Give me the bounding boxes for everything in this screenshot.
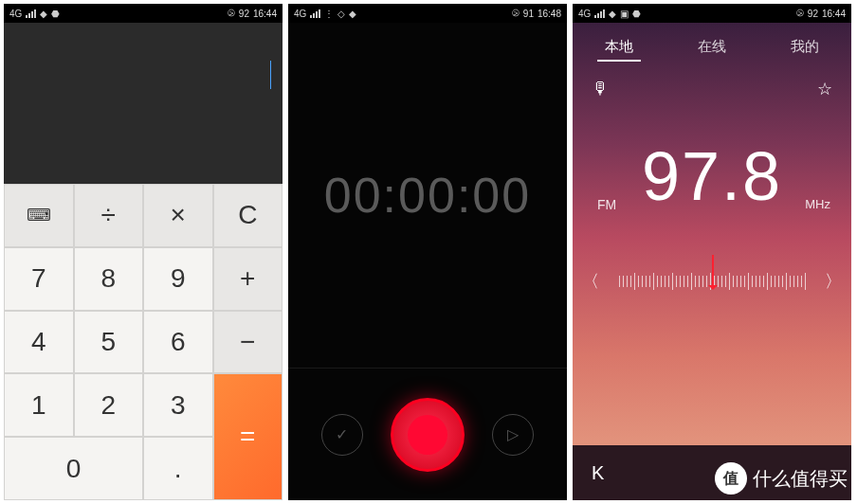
wifi-icon: ⧁ — [512, 8, 520, 19]
calendar-toggle-button[interactable]: ⌨ — [4, 184, 74, 247]
unit-label: MHz — [805, 197, 830, 211]
favorite-star-icon[interactable]: ☆ — [817, 79, 832, 99]
notif-icon: ⬣ — [632, 9, 641, 19]
tune-left-icon[interactable]: 〈 — [582, 270, 599, 293]
clock: 16:44 — [822, 9, 846, 19]
band-label: FM — [597, 197, 616, 212]
digit-9-button[interactable]: 9 — [143, 247, 213, 311]
cursor — [270, 61, 271, 89]
network-label: 4G — [578, 9, 591, 19]
plus-button[interactable]: + — [213, 247, 283, 311]
mic-icon[interactable]: 🎙 — [592, 79, 609, 99]
done-button[interactable]: ✓ — [321, 414, 363, 456]
tab-mine[interactable]: 我的 — [783, 34, 827, 62]
record-dot-icon — [408, 415, 447, 455]
notif-icon: ◆ — [349, 9, 356, 19]
status-bar: 4G ◆ ▣ ⬣ ⧁ 92 16:44 — [573, 4, 851, 23]
frequency-value: 97.8 — [642, 138, 782, 214]
digit-7-button[interactable]: 7 — [4, 247, 74, 311]
radio-screen: 4G ◆ ▣ ⬣ ⧁ 92 16:44 本地 在线 我的 🎙 ☆ — [573, 4, 851, 500]
play-icon: ▷ — [507, 425, 519, 443]
calc-display — [4, 23, 283, 184]
notif-icon: ◇ — [337, 9, 345, 19]
tuning-dial[interactable]: 〈 〉 — [573, 253, 851, 310]
network-label: 4G — [294, 9, 306, 19]
digit-8-button[interactable]: 8 — [74, 247, 144, 311]
calculator-screen: 4G ◆ ⬣ ⧁ 92 16:44 ⌨ ÷ × C 7 8 9 — [4, 4, 283, 500]
wifi-icon: ⧁ — [228, 8, 235, 19]
tab-local[interactable]: 本地 — [597, 34, 641, 62]
recorder-controls: ✓ ▷ — [288, 368, 567, 500]
clear-button[interactable]: C — [213, 184, 283, 247]
back-button[interactable]: K — [592, 462, 606, 484]
watermark: 值 什么值得买 — [715, 462, 848, 495]
digit-1-button[interactable]: 1 — [4, 373, 74, 437]
signal-icon — [594, 9, 605, 18]
battery-level: 91 — [523, 9, 534, 19]
notif-icon: ⬣ — [51, 9, 60, 19]
status-bar: 4G ⋮ ◇ ◆ ⧁ 91 16:48 — [288, 4, 567, 23]
clock: 16:44 — [253, 9, 277, 19]
battery-level: 92 — [808, 9, 818, 19]
notif-icon: ⋮ — [324, 9, 334, 19]
calc-keypad: ⌨ ÷ × C 7 8 9 + 4 5 6 − 1 2 3 = 0 . — [4, 184, 283, 500]
digit-4-button[interactable]: 4 — [4, 311, 74, 374]
digit-2-button[interactable]: 2 — [74, 373, 144, 437]
minus-button[interactable]: − — [213, 311, 283, 374]
digit-6-button[interactable]: 6 — [143, 311, 213, 374]
check-icon: ✓ — [336, 425, 348, 443]
record-button[interactable] — [391, 398, 465, 472]
multiply-button[interactable]: × — [143, 184, 213, 247]
battery-level: 92 — [239, 9, 249, 19]
tab-online[interactable]: 在线 — [690, 34, 734, 62]
recorder-timer: 00:00:00 — [288, 23, 567, 368]
radio-tabs: 本地 在线 我的 — [573, 23, 851, 69]
equals-button[interactable]: = — [213, 373, 283, 500]
digit-5-button[interactable]: 5 — [74, 311, 144, 374]
wifi-icon: ⧁ — [796, 8, 804, 19]
dial-needle-icon — [712, 255, 714, 289]
watermark-text: 什么值得买 — [753, 466, 848, 492]
network-label: 4G — [9, 9, 22, 19]
clock: 16:48 — [538, 9, 561, 19]
digit-0-button[interactable]: 0 — [4, 437, 143, 500]
divide-button[interactable]: ÷ — [74, 184, 144, 247]
signal-icon — [310, 9, 320, 18]
digit-3-button[interactable]: 3 — [143, 373, 213, 437]
tune-right-icon[interactable]: 〉 — [825, 270, 842, 293]
watermark-badge-icon: 值 — [715, 462, 747, 495]
signal-icon — [26, 9, 36, 18]
decimal-button[interactable]: . — [143, 437, 213, 500]
play-button[interactable]: ▷ — [492, 414, 534, 456]
notif-icon: ◆ — [40, 9, 47, 19]
status-bar: 4G ◆ ⬣ ⧁ 92 16:44 — [4, 4, 283, 23]
recorder-screen: 4G ⋮ ◇ ◆ ⧁ 91 16:48 00:00:00 ✓ ▷ — [288, 4, 567, 500]
notif-icon: ▣ — [620, 9, 629, 19]
notif-icon: ◆ — [609, 9, 616, 19]
frequency-display: FM 97.8 MHz — [573, 137, 851, 215]
